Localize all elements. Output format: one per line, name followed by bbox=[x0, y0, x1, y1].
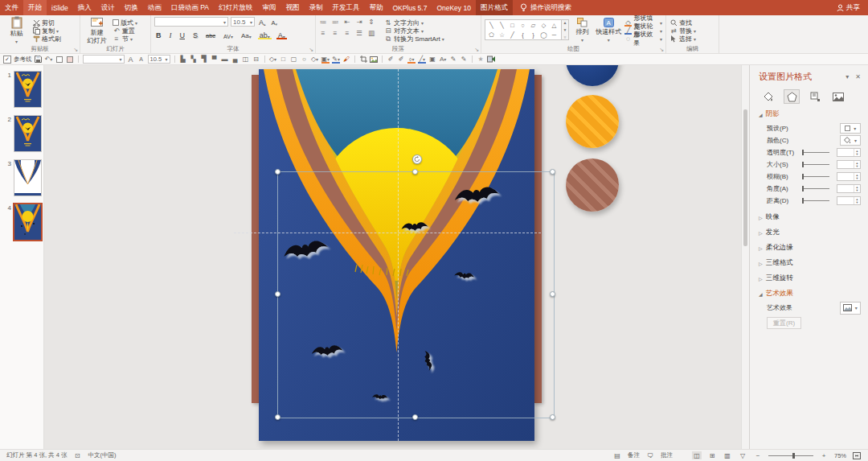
slide-1-thumbnail[interactable] bbox=[14, 72, 41, 107]
align-right-objects-icon[interactable]: ▜ bbox=[200, 56, 208, 64]
close-icon[interactable]: ✕ bbox=[855, 73, 861, 80]
text-direction-button[interactable]: ⇅ 文字方向▾ bbox=[384, 19, 444, 27]
tell-me-search[interactable]: 操作说明搜索 bbox=[513, 0, 579, 15]
yellow-striped-circle-shape[interactable] bbox=[566, 95, 619, 148]
crop-icon[interactable] bbox=[359, 56, 367, 64]
angle-spinner[interactable]: ▴▾ bbox=[837, 184, 861, 193]
tab-help[interactable]: 帮助 bbox=[364, 0, 387, 15]
rectangle-tool-icon[interactable]: □ bbox=[280, 56, 288, 64]
spinner-arrows[interactable]: ▴▾ bbox=[854, 173, 860, 180]
align-left-objects-icon[interactable]: ▙ bbox=[179, 56, 187, 64]
3d-format-section-header[interactable]: ▷三维格式 bbox=[759, 258, 861, 268]
shadow-section-header[interactable]: ◢ 阴影 bbox=[759, 109, 861, 119]
tab-animations[interactable]: 动画 bbox=[143, 0, 166, 15]
italic-button[interactable]: I bbox=[168, 30, 174, 39]
normal-view-icon[interactable]: ◫ bbox=[692, 451, 702, 459]
transparency-slider[interactable] bbox=[802, 149, 829, 156]
transparency-spinner[interactable]: ▴▾ bbox=[837, 148, 861, 157]
font-size-combo[interactable]: 10.5▾ bbox=[231, 17, 255, 27]
shape-effects-button[interactable]: ◌ 形状效果▾ bbox=[624, 35, 662, 43]
tab-developer[interactable]: 开发工具 bbox=[327, 0, 364, 15]
font-color-button[interactable]: A▾ bbox=[276, 30, 287, 39]
align-text-button[interactable]: ⊟ 对齐文本▾ bbox=[384, 27, 444, 35]
strikethrough-button[interactable]: abc bbox=[204, 30, 217, 39]
pen-icon[interactable]: ✎ bbox=[460, 56, 468, 64]
qat-font-color-icon[interactable]: A▾ bbox=[439, 56, 447, 64]
slide-4-thumbnail[interactable] bbox=[14, 204, 41, 240]
decrease-font-button[interactable]: A▾ bbox=[270, 17, 280, 27]
eyedropper-fill-icon[interactable]: ✐ bbox=[387, 56, 395, 64]
spinner-arrows[interactable]: ▴▾ bbox=[854, 185, 860, 192]
qat-font-size-combo[interactable]: 10.5▾ bbox=[148, 55, 170, 64]
dialog-launcher-icon[interactable]: ↘ bbox=[474, 47, 479, 52]
tab-view[interactable]: 视图 bbox=[280, 0, 304, 15]
zoom-level[interactable]: 75% bbox=[834, 452, 846, 459]
highlight-color-button[interactable]: ab▾ bbox=[258, 30, 272, 39]
columns-icon[interactable]: ▥ bbox=[367, 29, 375, 37]
notes-button[interactable]: 备注 bbox=[628, 451, 640, 459]
increase-font-button[interactable]: A▴ bbox=[257, 17, 268, 27]
preset-dropdown[interactable]: ▾ bbox=[840, 123, 861, 134]
tab-islide[interactable]: iSlide bbox=[47, 0, 73, 15]
gallery-scroll[interactable]: ▲▼▿ bbox=[562, 19, 569, 40]
underline-button[interactable]: U bbox=[178, 30, 187, 39]
spinner-arrows[interactable]: ▴▾ bbox=[854, 197, 860, 204]
justify-icon[interactable]: ☰ bbox=[355, 29, 363, 37]
slideshow-view-icon[interactable]: ▽ bbox=[738, 451, 747, 459]
layout-button[interactable]: 版式▾ bbox=[113, 19, 137, 27]
pane-options-icon[interactable]: ▾ bbox=[845, 73, 849, 80]
slider-thumb[interactable] bbox=[802, 150, 804, 155]
align-right-icon[interactable]: ≡ bbox=[343, 29, 351, 37]
align-top-objects-icon[interactable]: ▀ bbox=[211, 56, 219, 64]
slider-thumb[interactable] bbox=[802, 186, 804, 191]
slider-thumb[interactable] bbox=[802, 162, 804, 167]
size-spinner[interactable]: ▴▾ bbox=[837, 160, 861, 169]
share-button[interactable]: 共享 bbox=[829, 0, 868, 15]
align-left-icon[interactable]: ≡ bbox=[319, 29, 327, 37]
language-indicator[interactable]: 中文(中国) bbox=[88, 451, 116, 459]
outline-color-icon[interactable]: ✎▾ bbox=[332, 56, 340, 64]
bold-button[interactable]: B bbox=[154, 30, 163, 39]
zoom-slider-thumb[interactable] bbox=[792, 453, 795, 459]
tab-record[interactable]: 录制 bbox=[304, 0, 327, 15]
shapes-menu-icon[interactable]: ◇▾ bbox=[311, 56, 319, 64]
dialog-launcher-icon[interactable]: ↘ bbox=[309, 47, 313, 52]
rounded-rectangle-tool-icon[interactable]: ▢ bbox=[290, 56, 298, 64]
pen-icon[interactable]: ✎ bbox=[449, 56, 457, 64]
font-name-combo[interactable]: ▾ bbox=[154, 17, 228, 27]
tab-transitions[interactable]: 切换 bbox=[120, 0, 143, 15]
soft-edges-section-header[interactable]: ▷柔化边缘 bbox=[759, 243, 861, 253]
increase-indent-icon[interactable]: ⇥ bbox=[355, 18, 363, 26]
select-button[interactable]: 选择▾ bbox=[669, 35, 696, 43]
size-slider[interactable] bbox=[802, 161, 829, 168]
slide-3-thumbnail[interactable] bbox=[14, 160, 41, 196]
insert-picture-icon[interactable] bbox=[370, 56, 378, 64]
resize-handle-top-center[interactable] bbox=[412, 169, 418, 175]
spinner-arrows[interactable]: ▴▾ bbox=[854, 149, 860, 156]
new-window-icon[interactable] bbox=[55, 56, 63, 64]
distance-spinner[interactable]: ▴▾ bbox=[837, 196, 861, 205]
distance-slider[interactable] bbox=[802, 197, 829, 204]
zoom-slider[interactable] bbox=[768, 452, 813, 459]
dialog-launcher-icon[interactable]: ↘ bbox=[659, 47, 664, 52]
slide-indicator[interactable]: 幻灯片 第 4 张, 共 4 张 bbox=[6, 451, 67, 459]
zoom-out-button[interactable]: − bbox=[753, 451, 763, 459]
resize-handle-top-right[interactable] bbox=[550, 169, 555, 175]
bullets-icon[interactable]: ≔ bbox=[319, 18, 327, 26]
blue-circle-shape[interactable] bbox=[566, 65, 619, 86]
cut-button[interactable]: 剪切 bbox=[32, 19, 61, 27]
fill-line-tab[interactable] bbox=[760, 89, 776, 104]
change-case-button[interactable]: Aa▾ bbox=[240, 30, 253, 39]
numbering-icon[interactable]: ≕ bbox=[331, 18, 339, 26]
artistic-effects-section-header[interactable]: ◢ 艺术效果 bbox=[759, 289, 861, 298]
tab-onekey[interactable]: OneKey 10 bbox=[432, 0, 476, 15]
tab-picture-format[interactable]: 图片格式 bbox=[476, 0, 513, 15]
fill-color-icon[interactable]: ▣▾ bbox=[321, 56, 330, 64]
tab-slideshow[interactable]: 幻灯片放映 bbox=[214, 0, 258, 15]
shape-gallery[interactable]: ╲╲□○▱◇△ ⬠☆╱{}◯─ bbox=[485, 19, 562, 40]
mauve-striped-circle-shape[interactable] bbox=[566, 158, 619, 212]
resize-handle-bottom-center[interactable] bbox=[412, 414, 418, 420]
reset-artistic-effect-button[interactable]: 重置(R) bbox=[767, 317, 801, 329]
tab-file[interactable]: 文件 bbox=[0, 0, 23, 15]
slider-thumb[interactable] bbox=[802, 174, 804, 179]
